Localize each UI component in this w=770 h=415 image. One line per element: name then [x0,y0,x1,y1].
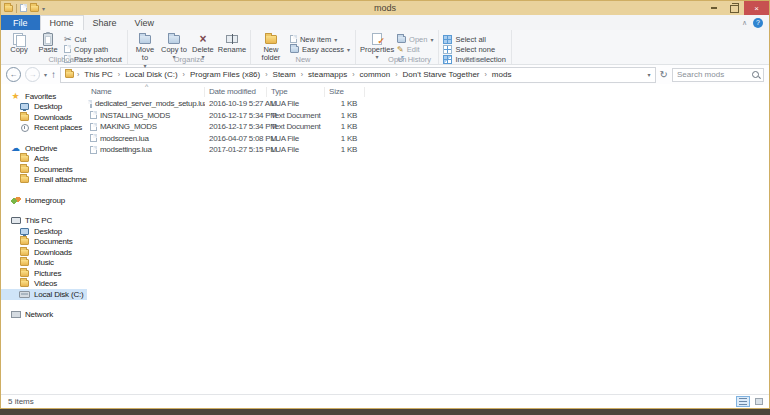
up-button[interactable]: ↑ [51,69,56,80]
open-button[interactable]: Open ▾ [397,35,433,43]
crumb-separator: › [117,71,121,78]
tab-share[interactable]: Share [84,15,126,30]
downloads-folder-icon [20,114,29,121]
breadcrumb-local-disk[interactable]: Local Disk (C:) [123,70,179,79]
file-row[interactable]: dedicated_server_mods_setup.lua 2016-10-… [87,98,769,110]
copy-path-button[interactable]: Copy path [64,45,122,53]
status-bar: 5 items [1,394,769,408]
back-button[interactable]: ← [6,67,21,82]
breadcrumb-steam[interactable]: Steam [271,70,298,79]
restore-button[interactable] [724,1,744,15]
cut-button[interactable]: ✂ Cut [64,35,122,43]
copy-button[interactable]: Copy [6,32,32,54]
open-dropdown-icon: ▾ [430,36,433,43]
column-header-size[interactable]: Size [325,87,365,97]
sidebar-item-music[interactable]: Music [1,258,87,269]
sidebar-item-homegroup[interactable]: Homegroup [1,195,87,206]
qat-customize-icon[interactable]: ▾ [42,5,45,12]
file-icon [90,146,97,154]
ribbon-group-select: Select all Select none Invert selection … [439,30,511,64]
documents-folder-icon [20,166,29,173]
sidebar-item-pictures[interactable]: Pictures [1,268,87,279]
quick-access-toolbar: ▾ [1,4,45,13]
paste-icon [43,33,53,46]
sort-indicator-icon: ^ [145,84,148,90]
sidebar-item-pc-documents[interactable]: Documents [1,237,87,248]
column-header-date-modified[interactable]: Date modified [205,87,267,97]
thumbnails-view-button[interactable] [752,396,766,407]
sidebar-item-recent-places[interactable]: Recent places [1,123,87,134]
new-group-label: New [251,55,355,64]
file-row[interactable]: modscreen.lua 2016-04-07 5:08 PM LUA Fil… [87,133,769,145]
local-disk-icon [19,291,30,298]
downloads-folder-icon [20,249,29,256]
minimize-button[interactable] [704,1,724,15]
sidebar-item-downloads[interactable]: Downloads [1,112,87,123]
sidebar-item-pc-desktop[interactable]: Desktop [1,226,87,237]
tab-home[interactable]: Home [40,15,84,30]
edit-icon: ✎ [397,45,404,54]
recent-locations-icon[interactable]: ▾ [44,71,47,78]
new-item-button[interactable]: New item ▾ [290,35,350,43]
delete-icon: × [199,34,206,44]
view-toggle-buttons [736,396,769,407]
rename-icon [226,35,238,43]
new-folder-icon [265,35,277,44]
sidebar-item-network[interactable]: Network [1,310,87,321]
column-header-type[interactable]: Type [267,87,325,97]
breadcrumb-dont-starve-together[interactable]: Don't Starve Together [401,70,482,79]
ribbon-group-organize: Move to ▾ Copy to ▾ × Delete ▾ Rename [128,30,251,64]
breadcrumb-mods[interactable]: mods [490,70,514,79]
select-none-icon [443,45,452,54]
sidebar-item-onedrive[interactable]: ☁OneDrive [1,143,87,154]
onedrive-cloud-icon: ☁ [11,144,20,153]
sidebar-item-desktop[interactable]: Desktop [1,102,87,113]
sidebar-item-videos[interactable]: Videos [1,279,87,290]
search-input[interactable] [677,70,752,79]
file-list-pane: ^ Name Date modified Type Size dedicated… [87,84,769,394]
sidebar-item-pc-downloads[interactable]: Downloads [1,247,87,258]
address-dropdown-icon[interactable]: ▾ [648,71,651,78]
breadcrumb-program-files[interactable]: Program Files (x86) [188,70,262,79]
forward-button[interactable]: → [25,67,40,82]
tab-view[interactable]: View [126,15,163,30]
ribbon-group-open: ✓ Properties ▾ Open ▾ ✎ Edit ↺ History [356,30,439,64]
select-all-button[interactable]: Select all [443,35,505,43]
sidebar-item-local-disk[interactable]: Local Disk (C:) [1,289,87,300]
select-group-label: Select [439,55,510,64]
sidebar-item-documents-onedrive[interactable]: Documents [1,164,87,175]
breadcrumb-steamapps[interactable]: steamapps [306,70,349,79]
close-button[interactable]: × [744,1,769,15]
help-icon[interactable]: ? [753,18,763,28]
sidebar-item-favorites[interactable]: ★Favorites [1,91,87,102]
details-view-icon [739,398,747,405]
ribbon: Copy Paste ✂ Cut Copy path Paste sho [1,30,769,65]
edit-button[interactable]: ✎ Edit [397,45,433,53]
network-icon [11,311,21,318]
this-pc-icon [11,217,21,224]
rename-button[interactable]: Rename [219,32,245,54]
sidebar-item-this-pc[interactable]: This PC [1,216,87,227]
qat-properties-icon[interactable] [20,4,27,12]
desktop-icon [20,103,29,110]
qat-new-folder-icon[interactable] [30,5,39,12]
refresh-icon[interactable]: ↻ [660,69,668,80]
paste-button[interactable]: Paste [35,32,61,54]
sidebar-item-email-attachments[interactable]: Email attachments [1,175,87,186]
explorer-screen: ▾ mods × File Home Share View ∧ ? [0,0,770,415]
ribbon-tab-row: File Home Share View ∧ ? [1,15,769,30]
music-folder-icon [20,259,29,266]
breadcrumb-common[interactable]: common [358,70,393,79]
details-view-button[interactable] [736,396,750,407]
easy-access-button[interactable]: Easy access ▾ [290,45,350,53]
breadcrumb-this-pc[interactable]: This PC [82,70,114,79]
sidebar-item-acts[interactable]: Acts [1,154,87,165]
file-row[interactable]: INSTALLING_MODS 2016-12-17 5:34 PM Text … [87,110,769,122]
search-icon[interactable] [752,71,759,78]
tab-file[interactable]: File [1,15,40,30]
file-row[interactable]: MAKING_MODS 2016-12-17 5:34 PM Text Docu… [87,121,769,133]
select-none-button[interactable]: Select none [443,45,505,53]
file-row[interactable]: modsettings.lua 2017-01-27 5:15 PM LUA F… [87,144,769,156]
desktop-icon [20,228,29,235]
collapse-ribbon-icon[interactable]: ∧ [742,19,747,27]
